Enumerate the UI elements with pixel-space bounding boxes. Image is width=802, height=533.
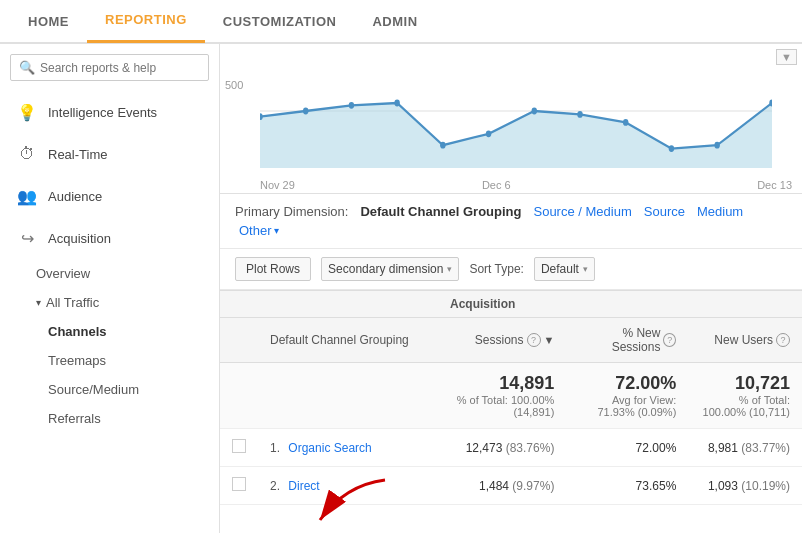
row1-pctnew-cell: 72.00% — [566, 429, 688, 467]
primary-dim-source[interactable]: Source — [644, 204, 685, 219]
total-row: 14,891 % of Total: 100.00% (14,891) 72.0… — [220, 363, 802, 429]
total-pctnew-cell: 72.00% Avg for View: 71.93% (0.09%) — [566, 363, 688, 429]
nav-customization[interactable]: CUSTOMIZATION — [205, 0, 355, 43]
svg-point-11 — [669, 145, 674, 152]
total-sessions-pct: % of Total: 100.00% (14,891) — [450, 394, 554, 418]
nav-reporting[interactable]: REPORTING — [87, 0, 205, 43]
svg-point-3 — [303, 108, 308, 115]
chart-x-label-1: Nov 29 — [260, 179, 295, 191]
row1-channel-link[interactable]: Organic Search — [288, 441, 371, 455]
row2-sessions-value: 1,484 — [479, 479, 509, 493]
total-pctnew-avg: Avg for View: 71.93% (0.09%) — [578, 394, 676, 418]
search-input[interactable] — [40, 61, 200, 75]
other-dropdown-icon: ▾ — [274, 225, 279, 236]
th-pct-new[interactable]: % New Sessions ? — [566, 318, 688, 363]
chart-x-label-2: Dec 6 — [482, 179, 511, 191]
chart-svg — [260, 54, 772, 168]
total-label-cell — [258, 363, 438, 429]
data-table: Acquisition Default Channel Grouping Ses… — [220, 290, 802, 505]
acquisition-icon: ↪ — [16, 227, 38, 249]
svg-point-7 — [486, 130, 491, 137]
intelligence-label: Intelligence Events — [48, 105, 157, 120]
layout: 🔍 ◀ 💡 Intelligence Events ⏱ Real-Time 👥 … — [0, 44, 802, 533]
row1-pctnew-value: 72.00% — [636, 441, 677, 455]
table-row: 2. Direct 1,484 (9.97%) 73.65% 1,093 ( — [220, 467, 802, 505]
nav-audience[interactable]: 👥 Audience — [0, 175, 219, 217]
nav-acquisition[interactable]: ↪ Acquisition — [0, 217, 219, 259]
total-newusers-cell: 10,721 % of Total: 100.00% (10,711) — [688, 363, 802, 429]
primary-dim-other[interactable]: Other ▾ — [239, 223, 279, 238]
svg-point-10 — [623, 119, 628, 126]
row2-channel-cell: 2. Direct — [258, 467, 438, 505]
sort-type-select[interactable]: Default ▾ — [534, 257, 595, 281]
nav-treemaps[interactable]: Treemaps — [36, 346, 219, 375]
secondary-dim-label: Secondary dimension — [328, 262, 443, 276]
top-nav: HOME REPORTING CUSTOMIZATION ADMIN — [0, 0, 802, 44]
primary-dim-medium[interactable]: Medium — [697, 204, 743, 219]
nav-channels[interactable]: Channels — [36, 317, 219, 346]
audience-label: Audience — [48, 189, 102, 204]
nav-overview[interactable]: Overview — [20, 259, 219, 288]
row1-checkbox-cell[interactable] — [220, 429, 258, 467]
main-content: 500 — [220, 44, 802, 533]
plot-rows-button[interactable]: Plot Rows — [235, 257, 311, 281]
th-channel — [258, 291, 438, 318]
primary-dim-default[interactable]: Default Channel Grouping — [360, 204, 521, 219]
row2-pctnew-cell: 73.65% — [566, 467, 688, 505]
new-users-info-icon[interactable]: ? — [776, 333, 790, 347]
sidebar: 🔍 ◀ 💡 Intelligence Events ⏱ Real-Time 👥 … — [0, 44, 220, 533]
row1-newusers-pct: (83.77%) — [741, 441, 790, 455]
nav-admin[interactable]: ADMIN — [354, 0, 435, 43]
nav-sub-acquisition: Overview ▾ All Traffic Channels Treemaps… — [0, 259, 219, 433]
secondary-dimension-select[interactable]: Secondary dimension ▾ — [321, 257, 459, 281]
chart-area: 500 — [220, 44, 802, 194]
table-container: Acquisition Default Channel Grouping Ses… — [220, 290, 802, 505]
th-checkbox-spacer — [220, 291, 258, 318]
pct-new-info-icon[interactable]: ? — [663, 333, 676, 347]
pct-new-label: % New Sessions — [578, 326, 660, 354]
total-sessions-value: 14,891 — [450, 373, 554, 394]
total-newusers-pct: % of Total: 100.00% (10,711) — [700, 394, 790, 418]
svg-point-9 — [577, 111, 582, 118]
audience-icon: 👥 — [16, 185, 38, 207]
search-box[interactable]: 🔍 — [10, 54, 209, 81]
sessions-sort-icon[interactable]: ▼ — [544, 334, 555, 346]
svg-point-4 — [349, 102, 354, 109]
row2-rank: 2. — [270, 479, 280, 493]
th-channel-label[interactable]: Default Channel Grouping — [258, 318, 438, 363]
nav-referrals[interactable]: Referrals — [36, 404, 219, 433]
nav-home[interactable]: HOME — [10, 0, 87, 43]
nav-realtime[interactable]: ⏱ Real-Time — [0, 133, 219, 175]
row1-checkbox[interactable] — [232, 439, 246, 453]
row2-channel-link[interactable]: Direct — [288, 479, 319, 493]
row2-checkbox[interactable] — [232, 477, 246, 491]
toolbar: Plot Rows Secondary dimension ▾ Sort Typ… — [220, 249, 802, 290]
sessions-label: Sessions — [475, 333, 524, 347]
th-acquisition-group: Acquisition — [438, 291, 802, 318]
nav-intelligence[interactable]: 💡 Intelligence Events — [0, 91, 219, 133]
sort-type-label: Sort Type: — [469, 262, 523, 276]
chart-y-label: 500 — [225, 79, 243, 91]
row2-checkbox-cell[interactable] — [220, 467, 258, 505]
chart-dropdown-icon[interactable]: ▼ — [776, 49, 797, 65]
svg-point-12 — [714, 142, 719, 149]
sort-chevron: ▾ — [583, 264, 588, 274]
expand-arrow-icon: ▾ — [36, 297, 41, 308]
row2-newusers-pct: (10.19%) — [741, 479, 790, 493]
nav-sourcemedium[interactable]: Source/Medium — [36, 375, 219, 404]
total-sessions-cell: 14,891 % of Total: 100.00% (14,891) — [438, 363, 566, 429]
nav-all-traffic[interactable]: ▾ All Traffic — [20, 288, 219, 317]
secondary-dim-chevron: ▾ — [447, 264, 452, 274]
row2-newusers-value: 1,093 — [708, 479, 738, 493]
th-sessions[interactable]: Sessions ? ▼ — [438, 318, 566, 363]
svg-marker-1 — [260, 103, 772, 168]
table-row: 1. Organic Search 12,473 (83.76%) 72.00%… — [220, 429, 802, 467]
th-new-users[interactable]: New Users ? — [688, 318, 802, 363]
svg-point-5 — [394, 100, 399, 107]
acquisition-label: Acquisition — [48, 231, 111, 246]
th-checkbox — [220, 318, 258, 363]
sessions-info-icon[interactable]: ? — [527, 333, 541, 347]
row2-pctnew-value: 73.65% — [636, 479, 677, 493]
primary-dim-sourcemedium[interactable]: Source / Medium — [533, 204, 631, 219]
nav-sub-alltraffic: Channels Treemaps Source/Medium Referral… — [20, 317, 219, 433]
